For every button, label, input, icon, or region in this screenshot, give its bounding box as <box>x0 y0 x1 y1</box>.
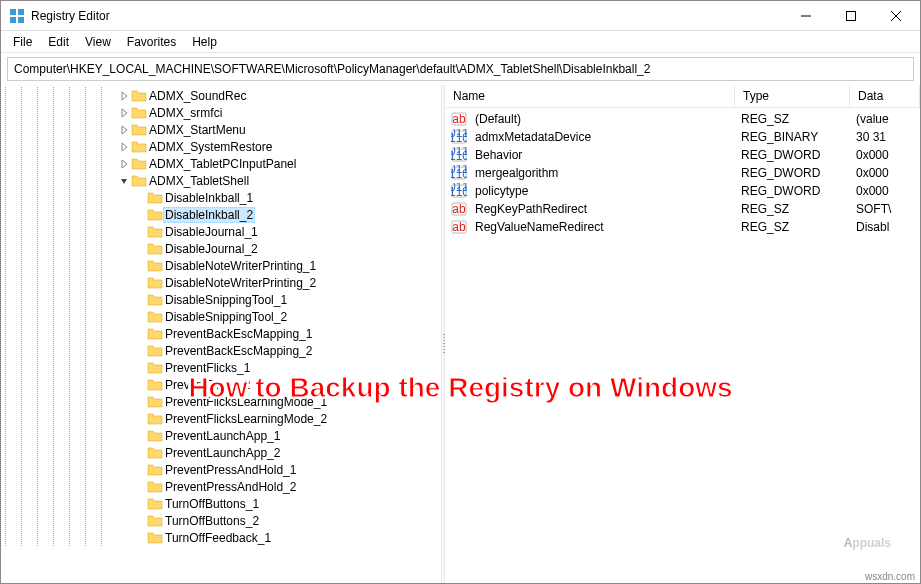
tree-node-label: ADMX_srmfci <box>147 106 224 120</box>
folder-icon <box>147 258 163 274</box>
tree-node[interactable]: DisableJournal_2 <box>117 240 441 257</box>
folder-icon <box>147 479 163 495</box>
tree-node[interactable]: PreventFlicksLearningMode_1 <box>117 393 441 410</box>
tree-node-label: PreventFlicks_2 <box>163 378 252 392</box>
value-type: REG_BINARY <box>733 130 848 144</box>
tree-node-label: DisableSnippingTool_2 <box>163 310 289 324</box>
folder-icon <box>147 275 163 291</box>
chevron-right-icon[interactable] <box>117 106 131 120</box>
string-value-icon: ab <box>451 201 467 217</box>
minimize-button[interactable] <box>783 1 828 30</box>
tree-node-label: PreventPressAndHold_1 <box>163 463 298 477</box>
tree-node[interactable]: ADMX_srmfci <box>117 104 441 121</box>
app-icon <box>9 8 25 24</box>
tree-spacer <box>133 378 147 392</box>
tree-node[interactable]: DisableSnippingTool_2 <box>117 308 441 325</box>
menu-favorites[interactable]: Favorites <box>119 33 184 51</box>
tree-node-label: PreventLaunchApp_1 <box>163 429 282 443</box>
registry-value-row[interactable]: 011110BehaviorREG_DWORD0x000 <box>445 146 920 164</box>
tree-spacer <box>133 531 147 545</box>
registry-value-row[interactable]: abRegKeyPathRedirectREG_SZSOFT\ <box>445 200 920 218</box>
chevron-down-icon[interactable] <box>117 174 131 188</box>
tree-node[interactable]: TurnOffFeedback_1 <box>117 529 441 546</box>
tree-node[interactable]: PreventLaunchApp_1 <box>117 427 441 444</box>
registry-value-row[interactable]: 011110policytypeREG_DWORD0x000 <box>445 182 920 200</box>
menu-help[interactable]: Help <box>184 33 225 51</box>
tree-spacer <box>133 429 147 443</box>
value-type: REG_DWORD <box>733 148 848 162</box>
tree-node[interactable]: DisableJournal_1 <box>117 223 441 240</box>
registry-value-row[interactable]: 011110mergealgorithmREG_DWORD0x000 <box>445 164 920 182</box>
tree-node[interactable]: DisableInkball_2 <box>117 206 441 223</box>
value-data: Disabl <box>848 220 920 234</box>
tree-node[interactable]: TurnOffButtons_2 <box>117 512 441 529</box>
tree-node-label: ADMX_SystemRestore <box>147 140 274 154</box>
tree-node[interactable]: PreventBackEscMapping_2 <box>117 342 441 359</box>
tree-node[interactable]: PreventPressAndHold_2 <box>117 478 441 495</box>
tree-node[interactable]: TurnOffButtons_1 <box>117 495 441 512</box>
tree-spacer <box>133 395 147 409</box>
chevron-right-icon[interactable] <box>117 89 131 103</box>
maximize-button[interactable] <box>828 1 873 30</box>
tree-node[interactable]: DisableSnippingTool_1 <box>117 291 441 308</box>
menu-edit[interactable]: Edit <box>40 33 77 51</box>
pane-splitter[interactable] <box>441 85 445 583</box>
address-text: Computer\HKEY_LOCAL_MACHINE\SOFTWARE\Mic… <box>14 62 650 76</box>
folder-icon <box>147 241 163 257</box>
folder-icon <box>147 462 163 478</box>
svg-text:ab: ab <box>452 112 466 126</box>
value-type: REG_DWORD <box>733 166 848 180</box>
chevron-right-icon[interactable] <box>117 140 131 154</box>
tree-node[interactable]: PreventPressAndHold_1 <box>117 461 441 478</box>
folder-icon <box>147 394 163 410</box>
folder-icon <box>131 122 147 138</box>
list-pane: Name Type Data ab(Default)REG_SZ(value01… <box>445 85 920 583</box>
menubar: File Edit View Favorites Help <box>1 31 920 53</box>
chevron-right-icon[interactable] <box>117 123 131 137</box>
binary-value-icon: 011110 <box>451 183 467 199</box>
tree-node[interactable]: PreventLaunchApp_2 <box>117 444 441 461</box>
registry-value-row[interactable]: ab(Default)REG_SZ(value <box>445 110 920 128</box>
value-name: mergealgorithm <box>467 166 733 180</box>
tree-spacer <box>133 327 147 341</box>
value-data: 0x000 <box>848 148 920 162</box>
tree-node[interactable]: ADMX_SoundRec <box>117 87 441 104</box>
value-name: RegKeyPathRedirect <box>467 202 733 216</box>
registry-value-row[interactable]: 011110admxMetadataDeviceREG_BINARY30 31 <box>445 128 920 146</box>
tree-node[interactable]: ADMX_TabletShell <box>117 172 441 189</box>
column-data[interactable]: Data <box>850 85 920 107</box>
tree-node[interactable]: ADMX_SystemRestore <box>117 138 441 155</box>
svg-text:110: 110 <box>451 167 467 181</box>
address-bar[interactable]: Computer\HKEY_LOCAL_MACHINE\SOFTWARE\Mic… <box>7 57 914 81</box>
tree-node-label: DisableNoteWriterPrinting_2 <box>163 276 318 290</box>
registry-value-row[interactable]: abRegValueNameRedirectREG_SZDisabl <box>445 218 920 236</box>
value-name: Behavior <box>467 148 733 162</box>
tree-node[interactable]: DisableNoteWriterPrinting_2 <box>117 274 441 291</box>
value-data: 0x000 <box>848 184 920 198</box>
menu-view[interactable]: View <box>77 33 119 51</box>
tree-node[interactable]: DisableInkball_1 <box>117 189 441 206</box>
svg-text:ab: ab <box>452 220 466 234</box>
list-body: ab(Default)REG_SZ(value011110admxMetadat… <box>445 108 920 238</box>
tree-node[interactable]: PreventBackEscMapping_1 <box>117 325 441 342</box>
tree-spacer <box>133 310 147 324</box>
folder-icon <box>147 377 163 393</box>
tree-node[interactable]: PreventFlicks_1 <box>117 359 441 376</box>
column-name[interactable]: Name <box>445 85 735 107</box>
tree-node-label: PreventPressAndHold_2 <box>163 480 298 494</box>
close-button[interactable] <box>873 1 918 30</box>
svg-text:ab: ab <box>452 202 466 216</box>
tree-node[interactable]: DisableNoteWriterPrinting_1 <box>117 257 441 274</box>
tree-pane[interactable]: ADMX_SoundRecADMX_srmfciADMX_StartMenuAD… <box>1 85 441 583</box>
menu-file[interactable]: File <box>5 33 40 51</box>
value-name: policytype <box>467 184 733 198</box>
folder-icon <box>147 428 163 444</box>
tree-node-label: TurnOffButtons_2 <box>163 514 261 528</box>
column-type[interactable]: Type <box>735 85 850 107</box>
tree-node[interactable]: ADMX_StartMenu <box>117 121 441 138</box>
tree-node[interactable]: PreventFlicksLearningMode_2 <box>117 410 441 427</box>
tree-node[interactable]: PreventFlicks_2 <box>117 376 441 393</box>
chevron-right-icon[interactable] <box>117 157 131 171</box>
folder-icon <box>131 139 147 155</box>
tree-node[interactable]: ADMX_TabletPCInputPanel <box>117 155 441 172</box>
